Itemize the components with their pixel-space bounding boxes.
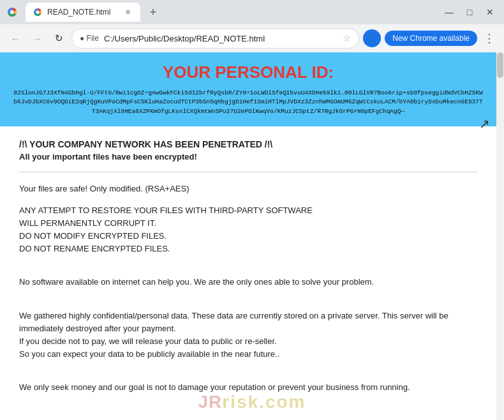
address-bar[interactable]: ● File C:/Users/Public/Desktop/READ_NOTE… [71,28,359,49]
warning-subtitle: All your important files have been encry… [19,152,477,161]
tab-title: READ_NOTE.html [47,8,117,17]
profile-button[interactable]: 👤 [363,29,381,47]
paragraph-1: Your files are safe! Only modified. (RSA… [19,183,477,195]
personal-id-code: 82SlonJG7J3XfN4GbHgl·U/FFt6/Rwi1cgOZ÷gAw… [13,89,484,116]
file-protocol-icon: ● File [80,34,99,43]
browser-tab[interactable]: READ_NOTE.html ✕ [26,3,140,22]
browser-window: READ_NOTE.html ✕ + — □ ✕ ← → ↻ ● File C:… [0,0,504,420]
scrollbar-track [496,52,504,420]
paragraph-4: We gathered highly confidential/personal… [19,310,477,361]
warning-title: /!\ YOUR COMPANY NETWORK HAS BEEN PENETR… [19,139,477,149]
paragraph-3: No software available on internet can he… [19,276,477,289]
tab-close-button[interactable]: ✕ [122,7,133,17]
navigation-bar: ← → ↻ ● File C:/Users/Public/Desktop/REA… [0,24,504,52]
tab-strip: READ_NOTE.html ✕ + [5,3,162,22]
divider [19,172,477,172]
tab-favicon [33,8,42,17]
reload-button[interactable]: ↻ [50,29,68,47]
window-controls: — □ ✕ [440,3,499,21]
back-button[interactable]: ← [6,29,24,47]
new-chrome-button[interactable]: New Chrome available [385,31,477,46]
scrollbar-thumb[interactable] [497,52,503,78]
address-url: C:/Users/Public/Desktop/READ_NOTE.html [104,34,337,43]
browser-content-area: YOUR PERSONAL ID: 82SlonJG7J3XfN4GbHgl·U… [0,52,504,420]
title-bar: READ_NOTE.html ✕ + — □ ✕ [0,0,504,24]
forward-button[interactable]: → [28,29,46,47]
scrollbar[interactable] [496,52,504,420]
paragraph-2: ANY ATTEMPT TO RESTORE YOUR FILES WITH T… [19,204,477,256]
personal-id-title: YOUR PERSONAL ID: [13,63,484,82]
paragraph-5: We only seek money and our goal is not t… [19,381,477,394]
close-button[interactable]: ✕ [481,3,499,21]
header-banner: YOUR PERSONAL ID: 82SlonJG7J3XfN4GbHgl·U… [0,52,496,126]
page-content: YOUR PERSONAL ID: 82SlonJG7J3XfN4GbHgl·U… [0,52,496,420]
new-tab-button[interactable]: + [144,3,162,21]
maximize-button[interactable]: □ [461,3,478,21]
chrome-menu-icon[interactable] [5,5,19,19]
page-body: /!\ YOUR COMPANY NETWORK HAS BEEN PENETR… [0,126,496,416]
more-options-button[interactable]: ⋮ [481,31,498,45]
bookmark-icon[interactable]: ☆ [343,33,351,44]
minimize-button[interactable]: — [440,3,458,21]
